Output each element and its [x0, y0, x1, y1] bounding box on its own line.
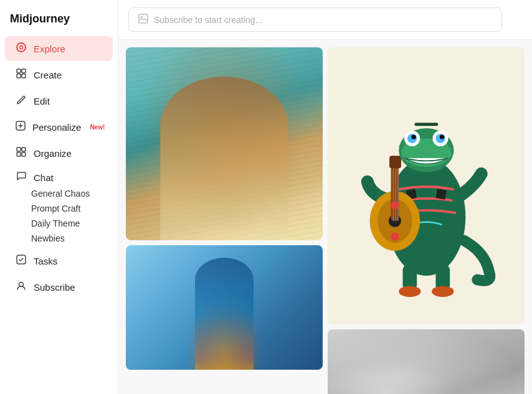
chat-section: Chat: [5, 167, 113, 185]
explore-icon: [15, 42, 27, 55]
chat-sub-daily-theme[interactable]: Daily Theme: [26, 216, 118, 231]
image-gray-abstract[interactable]: [328, 329, 525, 394]
top-bar: Subscribe to start creating...: [118, 0, 532, 40]
sidebar: Midjourney Explore Create Edit Personali…: [0, 0, 118, 394]
sidebar-item-tasks-label: Tasks: [34, 256, 57, 266]
search-placeholder: Subscribe to start creating...: [154, 15, 262, 25]
svg-point-29: [391, 202, 399, 210]
chat-sub-prompt-craft[interactable]: Prompt Craft: [26, 201, 118, 216]
svg-point-30: [391, 233, 399, 241]
chat-label: Chat: [34, 172, 54, 183]
left-column: [126, 47, 323, 394]
tasks-icon: [15, 254, 27, 268]
image-woman-beach[interactable]: [126, 47, 323, 240]
svg-rect-9: [17, 152, 21, 156]
chat-sub-newbies[interactable]: Newbies: [26, 231, 118, 246]
right-column: [328, 47, 525, 394]
svg-point-0: [17, 43, 26, 52]
svg-rect-2: [17, 69, 21, 73]
svg-rect-17: [435, 189, 447, 200]
sidebar-item-edit-label: Edit: [34, 96, 50, 106]
woman-figure: [160, 77, 288, 241]
app-logo: Midjourney: [0, 10, 118, 35]
edit-icon: [15, 94, 27, 108]
sidebar-item-subscribe-label: Subscribe: [34, 282, 75, 293]
svg-rect-13: [139, 14, 148, 23]
organize-icon: [15, 146, 27, 160]
svg-point-14: [141, 16, 143, 18]
search-bar[interactable]: Subscribe to start creating...: [128, 7, 502, 32]
image-icon: [138, 13, 149, 26]
gray-overlay: [328, 329, 525, 394]
svg-rect-8: [22, 148, 26, 151]
sidebar-item-subscribe[interactable]: Subscribe: [5, 274, 113, 299]
sidebar-item-edit[interactable]: Edit: [5, 88, 113, 113]
sidebar-item-personalize[interactable]: Personalize New!: [5, 115, 113, 139]
crocodile-svg: [343, 68, 510, 303]
sidebar-item-explore[interactable]: Explore: [5, 36, 113, 61]
sidebar-item-organize[interactable]: Organize: [5, 141, 113, 166]
chat-sub-general-chaos[interactable]: General Chaos: [26, 186, 118, 201]
svg-rect-7: [17, 148, 21, 151]
svg-rect-3: [22, 69, 26, 73]
subscribe-icon: [15, 280, 27, 294]
sidebar-item-explore-label: Explore: [34, 44, 65, 54]
svg-rect-5: [22, 74, 26, 78]
image-crocodile-guitar[interactable]: [328, 47, 525, 324]
chat-sub-items: General Chaos Prompt Craft Daily Theme N…: [0, 186, 118, 246]
new-badge: New!: [90, 124, 105, 131]
create-icon: [15, 68, 27, 82]
svg-point-20: [399, 286, 420, 298]
silhouette-figure: [195, 258, 254, 370]
svg-rect-40: [414, 123, 438, 126]
svg-point-39: [439, 135, 444, 140]
image-grid: [118, 40, 532, 394]
svg-rect-4: [17, 74, 21, 78]
svg-point-21: [432, 286, 454, 298]
sidebar-item-organize-label: Organize: [34, 148, 72, 159]
svg-rect-31: [389, 156, 401, 169]
image-blue-silhouette[interactable]: [126, 245, 323, 370]
sidebar-item-create-label: Create: [34, 70, 62, 80]
sidebar-item-tasks[interactable]: Tasks: [5, 248, 113, 273]
sidebar-item-personalize-label: Personalize: [32, 122, 81, 133]
svg-point-1: [20, 46, 23, 49]
personalize-icon: [15, 120, 26, 134]
chat-icon: [15, 171, 27, 184]
sidebar-item-create[interactable]: Create: [5, 62, 113, 87]
svg-point-36: [411, 135, 416, 140]
svg-rect-10: [22, 152, 26, 156]
main-content: Subscribe to start creating...: [118, 0, 532, 394]
